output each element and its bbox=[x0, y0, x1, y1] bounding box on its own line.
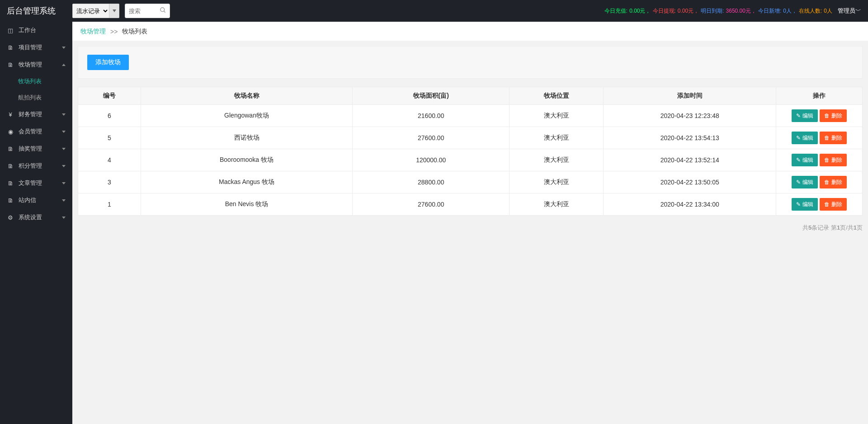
chevron-down-icon bbox=[113, 9, 116, 12]
edit-icon: ✎ bbox=[796, 113, 801, 119]
table-row: 3Mackas Angus 牧场28800.00澳大利亚2020-04-22 1… bbox=[78, 171, 863, 193]
ranch-table: 编号 牧场名称 牧场面积(亩) 牧场位置 添加时间 操作 6Glengowan牧… bbox=[78, 87, 863, 216]
stat-recharge-label: 今日充值: bbox=[604, 7, 627, 15]
delete-button[interactable]: 🗑删除 bbox=[820, 132, 847, 144]
stat-expire-value: 3650.00元， bbox=[726, 7, 756, 15]
sidebar-item-ranch-list[interactable]: 牧场列表 bbox=[0, 73, 72, 90]
chevron-down-icon: ﹀ bbox=[855, 7, 861, 14]
cell-id: 6 bbox=[78, 105, 141, 127]
search-icon[interactable] bbox=[160, 7, 166, 15]
sidebar-item-ranch[interactable]: 🗎 牧场管理 bbox=[0, 56, 72, 73]
sidebar-item-finance[interactable]: ¥ 财务管理 bbox=[0, 106, 72, 123]
delete-button[interactable]: 🗑删除 bbox=[820, 176, 847, 188]
sidebar-item-member[interactable]: ◉ 会员管理 bbox=[0, 123, 72, 140]
th-location: 牧场位置 bbox=[509, 87, 604, 105]
breadcrumb-current: 牧场列表 bbox=[122, 28, 147, 36]
cell-location: 澳大利亚 bbox=[509, 149, 604, 171]
admin-menu[interactable]: 管理员﹀ bbox=[838, 7, 861, 15]
table-header-row: 编号 牧场名称 牧场面积(亩) 牧场位置 添加时间 操作 bbox=[78, 87, 863, 105]
cell-name: 西诺牧场 bbox=[141, 127, 352, 149]
clipboard-icon: 🗎 bbox=[7, 179, 14, 187]
sidebar-item-project[interactable]: 🗎 项目管理 bbox=[0, 39, 72, 56]
pager-total-pages: 1 bbox=[854, 224, 857, 231]
th-ops: 操作 bbox=[776, 87, 863, 105]
cell-ops: ✎编辑🗑删除 bbox=[776, 171, 863, 193]
cell-location: 澳大利亚 bbox=[509, 105, 604, 127]
th-area: 牧场面积(亩) bbox=[353, 87, 509, 105]
add-ranch-button[interactable]: 添加牧场 bbox=[87, 55, 129, 70]
stat-recharge-value: 0.00元， bbox=[629, 7, 651, 15]
table-wrap: 编号 牧场名称 牧场面积(亩) 牧场位置 添加时间 操作 6Glengowan牧… bbox=[78, 87, 863, 232]
search-box bbox=[125, 4, 170, 18]
dashboard-icon: ◫ bbox=[7, 27, 14, 34]
sidebar-item-label: 系统设置 bbox=[19, 213, 42, 221]
yen-icon: ¥ bbox=[7, 111, 14, 118]
cell-ops: ✎编辑🗑删除 bbox=[776, 193, 863, 216]
pager: 共5条记录 第1页/共1页 bbox=[78, 224, 863, 232]
breadcrumb-separator: >> bbox=[110, 28, 118, 35]
stat-expire-label: 明日到期: bbox=[701, 7, 724, 15]
stat-new-label: 今日新增: bbox=[758, 7, 781, 15]
breadcrumb-parent[interactable]: 牧场管理 bbox=[80, 28, 106, 36]
stat-new-value: 0人， bbox=[783, 7, 797, 15]
cell-ops: ✎编辑🗑删除 bbox=[776, 149, 863, 171]
edit-button[interactable]: ✎编辑 bbox=[792, 198, 818, 211]
trash-icon: 🗑 bbox=[824, 135, 830, 141]
record-type-select[interactable]: 流水记录 bbox=[72, 4, 109, 18]
select-dropdown-button[interactable] bbox=[109, 4, 119, 18]
delete-button[interactable]: 🗑删除 bbox=[820, 154, 847, 166]
cell-area: 27600.00 bbox=[353, 127, 509, 149]
cell-name: Mackas Angus 牧场 bbox=[141, 171, 352, 193]
cell-name: Glengowan牧场 bbox=[141, 105, 352, 127]
edit-button[interactable]: ✎编辑 bbox=[792, 132, 818, 144]
sidebar-item-settings[interactable]: ⚙ 系统设置 bbox=[0, 209, 72, 226]
trash-icon: 🗑 bbox=[824, 179, 830, 185]
table-row: 4Booroomooka 牧场120000.00澳大利亚2020-04-22 1… bbox=[78, 149, 863, 171]
gear-icon: ⚙ bbox=[7, 214, 14, 221]
sidebar-item-lottery[interactable]: 🗎 抽奖管理 bbox=[0, 140, 72, 157]
edit-button[interactable]: ✎编辑 bbox=[792, 109, 818, 122]
sidebar-item-label: 财务管理 bbox=[19, 110, 42, 118]
clipboard-icon: 🗎 bbox=[7, 197, 14, 204]
sidebar-submenu-ranch: 牧场列表 航拍列表 bbox=[0, 73, 72, 106]
cell-location: 澳大利亚 bbox=[509, 193, 604, 216]
sidebar: ◫ 工作台 🗎 项目管理 🗎 牧场管理 牧场列表 航拍列表 ¥ 财务管理 ◉ 会… bbox=[0, 22, 72, 424]
delete-button[interactable]: 🗑删除 bbox=[820, 198, 847, 211]
sidebar-item-label: 积分管理 bbox=[19, 162, 42, 170]
sidebar-item-aerial-list[interactable]: 航拍列表 bbox=[0, 90, 72, 106]
edit-button[interactable]: ✎编辑 bbox=[792, 154, 818, 166]
sidebar-item-label: 牧场管理 bbox=[19, 61, 42, 69]
user-icon: ◉ bbox=[7, 128, 14, 135]
sidebar-item-label: 工作台 bbox=[19, 26, 36, 34]
sidebar-item-mail[interactable]: 🗎 站内信 bbox=[0, 192, 72, 209]
stat-online-label: 在线人数: bbox=[799, 7, 822, 15]
edit-icon: ✎ bbox=[796, 201, 801, 207]
svg-line-1 bbox=[164, 11, 165, 12]
sidebar-item-label: 会员管理 bbox=[19, 127, 42, 136]
stat-withdraw-value: 0.00元， bbox=[678, 7, 699, 15]
delete-button[interactable]: 🗑删除 bbox=[820, 109, 847, 122]
edit-button[interactable]: ✎编辑 bbox=[792, 176, 818, 188]
cell-id: 3 bbox=[78, 171, 141, 193]
cell-ops: ✎编辑🗑删除 bbox=[776, 105, 863, 127]
pager-page: 1 bbox=[837, 224, 840, 231]
cell-id: 1 bbox=[78, 193, 141, 216]
cell-area: 120000.00 bbox=[353, 149, 509, 171]
clipboard-icon: 🗎 bbox=[7, 61, 14, 68]
sidebar-item-article[interactable]: 🗎 文章管理 bbox=[0, 174, 72, 192]
sidebar-item-workbench[interactable]: ◫ 工作台 bbox=[0, 22, 72, 39]
cell-time: 2020-04-22 13:34:00 bbox=[604, 193, 776, 216]
svg-point-0 bbox=[160, 8, 165, 12]
content: 牧场管理 >> 牧场列表 添加牧场 编号 牧场名称 牧场面积(亩) 牧场位置 添… bbox=[72, 22, 868, 424]
sidebar-item-label: 项目管理 bbox=[19, 43, 42, 52]
cell-name: Booroomooka 牧场 bbox=[141, 149, 352, 171]
clipboard-icon: 🗎 bbox=[7, 145, 14, 152]
th-id: 编号 bbox=[78, 87, 141, 105]
header-select[interactable]: 流水记录 bbox=[72, 4, 119, 18]
cell-ops: ✎编辑🗑删除 bbox=[776, 127, 863, 149]
table-row: 1Ben Nevis 牧场27600.00澳大利亚2020-04-22 13:3… bbox=[78, 193, 863, 216]
cell-area: 28800.00 bbox=[353, 171, 509, 193]
sidebar-item-label: 站内信 bbox=[19, 196, 36, 204]
sidebar-item-points[interactable]: 🗎 积分管理 bbox=[0, 157, 72, 174]
cell-time: 2020-04-22 13:50:05 bbox=[604, 171, 776, 193]
